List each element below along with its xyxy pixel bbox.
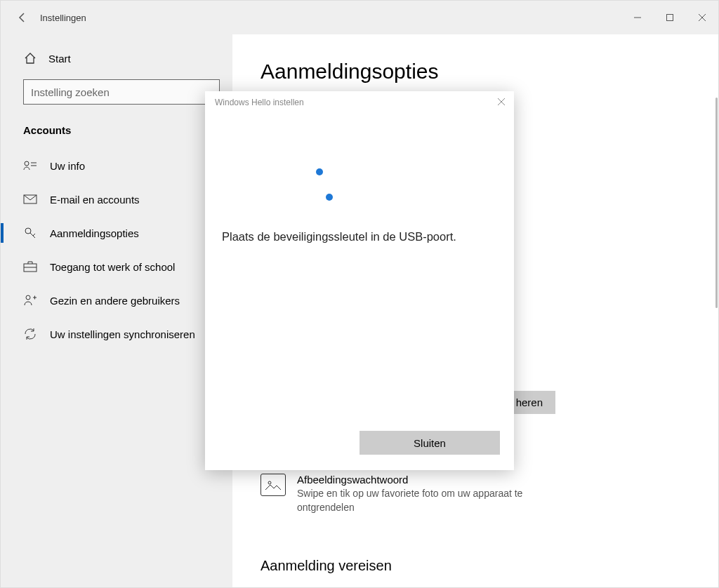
dialog-title: Windows Hello instellen bbox=[215, 98, 304, 107]
key-icon bbox=[23, 226, 37, 240]
dialog-titlebar: Windows Hello instellen bbox=[205, 91, 514, 111]
person-card-icon bbox=[23, 159, 37, 173]
home-icon bbox=[23, 51, 37, 65]
search-placeholder: Instelling zoeken bbox=[31, 86, 110, 98]
sidebar-item-label: Aanmeldingsopties bbox=[50, 227, 139, 239]
home-label: Start bbox=[48, 53, 71, 65]
back-button[interactable] bbox=[12, 12, 40, 23]
search-input[interactable]: Instelling zoeken bbox=[23, 79, 220, 105]
close-icon bbox=[698, 13, 706, 22]
svg-point-10 bbox=[268, 481, 271, 484]
sidebar-item-work-school[interactable]: Toegang tot werk of school bbox=[1, 250, 232, 283]
svg-point-9 bbox=[26, 295, 30, 300]
minimize-icon bbox=[633, 13, 642, 22]
sidebar-item-label: Uw info bbox=[50, 160, 85, 172]
spinner-dot-icon bbox=[316, 168, 323, 175]
close-icon bbox=[497, 98, 506, 106]
sidebar-item-label: Gezin en andere gebruikers bbox=[50, 295, 180, 307]
window-buttons bbox=[621, 6, 718, 29]
sidebar-item-label: Uw instellingen synchroniseren bbox=[50, 328, 195, 340]
minimize-button[interactable] bbox=[621, 6, 654, 29]
sidebar-item-your-info[interactable]: Uw info bbox=[1, 149, 232, 182]
svg-rect-1 bbox=[667, 15, 673, 21]
maximize-button[interactable] bbox=[654, 6, 686, 29]
maximize-icon bbox=[666, 13, 674, 22]
scrollbar[interactable] bbox=[715, 98, 718, 308]
sidebar-item-label: E-mail en accounts bbox=[50, 194, 140, 206]
progress-spinner bbox=[205, 111, 514, 216]
hello-setup-dialog: Windows Hello instellen Plaats de beveil… bbox=[205, 91, 514, 470]
section-require-signin: Aanmelding vereisen bbox=[260, 558, 392, 574]
sidebar-item-sync[interactable]: Uw instellingen synchroniseren bbox=[1, 317, 232, 351]
close-button[interactable] bbox=[686, 6, 718, 29]
dialog-close-button[interactable] bbox=[497, 97, 506, 108]
page-title: Aanmeldingsopties bbox=[260, 60, 690, 83]
window-title: Instellingen bbox=[40, 13, 86, 23]
sidebar-item-family[interactable]: Gezin en andere gebruikers bbox=[1, 283, 232, 317]
option-picture-password[interactable]: Afbeeldingswachtwoord Swipe en tik op uw… bbox=[260, 464, 550, 524]
option-subtitle: Swipe en tik op uw favoriete foto om uw … bbox=[297, 487, 550, 514]
svg-point-6 bbox=[25, 228, 31, 234]
briefcase-icon bbox=[23, 260, 37, 274]
people-plus-icon bbox=[23, 293, 37, 307]
sidebar: Start Instelling zoeken Accounts Uw info… bbox=[1, 34, 232, 587]
arrow-left-icon bbox=[17, 12, 28, 23]
option-title: Afbeeldingswachtwoord bbox=[297, 474, 550, 486]
sidebar-item-email[interactable]: E-mail en accounts bbox=[1, 182, 232, 216]
spinner-dot-icon bbox=[326, 194, 333, 201]
sidebar-item-signin-options[interactable]: Aanmeldingsopties bbox=[1, 216, 232, 250]
settings-window: Instellingen Start Instelling zoeken bbox=[0, 0, 719, 588]
sidebar-item-label: Toegang tot werk of school bbox=[50, 261, 175, 273]
category-label: Accounts bbox=[1, 117, 232, 149]
mail-icon bbox=[23, 192, 37, 206]
image-icon bbox=[260, 474, 286, 496]
svg-point-2 bbox=[25, 161, 29, 166]
home-button[interactable]: Start bbox=[1, 41, 232, 75]
dialog-close-action-button[interactable]: Sluiten bbox=[360, 431, 500, 455]
titlebar: Instellingen bbox=[1, 1, 718, 34]
dialog-message: Plaats de beveiligingssleutel in de USB-… bbox=[205, 216, 514, 243]
sync-icon bbox=[23, 327, 37, 341]
